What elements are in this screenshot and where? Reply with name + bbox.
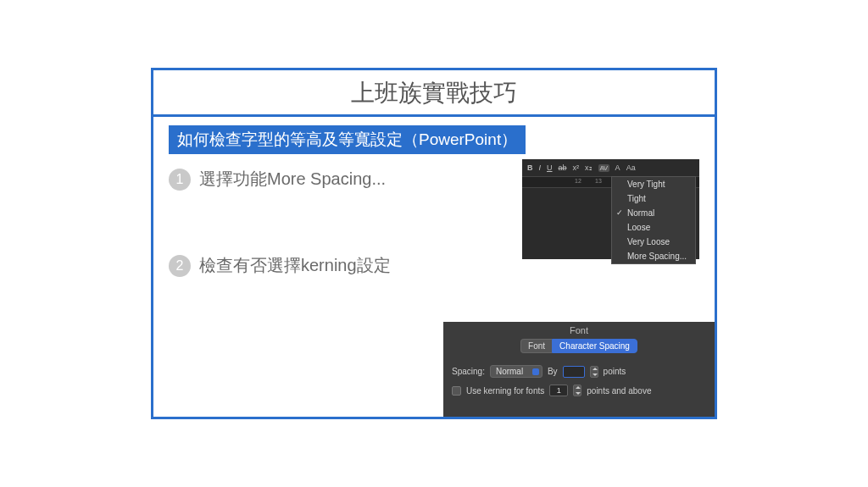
screenshot-font-panel: Font Font Character Spacing Spacing: Nor… (443, 322, 715, 417)
tab-font[interactable]: Font (520, 339, 552, 353)
spacing-dropdown: Very Tight Tight Normal Loose Very Loose… (611, 176, 696, 264)
slide-title: 上班族實戰技巧 (153, 70, 715, 117)
step-2-number: 2 (169, 255, 191, 277)
menu-item-very-tight[interactable]: Very Tight (612, 177, 695, 191)
font-size-icon[interactable]: A (615, 163, 620, 172)
step-2-text: 檢查有否選擇kerning設定 (199, 254, 391, 277)
slide-body: 如何檢查字型的等高及等寬設定（PowerPoint） 1 選擇功能More Sp… (153, 117, 715, 417)
slide-frame: 上班族實戰技巧 如何檢查字型的等高及等寬設定（PowerPoint） 1 選擇功… (151, 68, 717, 419)
char-spacing-icon[interactable]: AV (598, 164, 609, 172)
kerning-unit-label: points and above (587, 386, 651, 396)
spacing-row: Spacing: Normal By points (443, 362, 715, 381)
spacing-by-stepper[interactable] (590, 366, 598, 378)
strike-icon[interactable]: ab (559, 163, 567, 172)
format-toolbar: B I U ab x² x₂ AV A Aa (522, 159, 699, 176)
screenshot-spacing-menu: B I U ab x² x₂ AV A Aa 12 13 Very Tight … (522, 159, 699, 259)
bold-icon[interactable]: B (527, 163, 533, 172)
font-panel-tabs: Font Character Spacing (443, 339, 715, 353)
menu-item-more-spacing[interactable]: More Spacing... (612, 249, 695, 263)
italic-icon[interactable]: I (539, 163, 542, 172)
by-label: By (548, 367, 558, 376)
step-1: 1 選擇功能More Spacing... (169, 168, 386, 191)
kerning-checkbox[interactable] (452, 386, 461, 396)
step-1-number: 1 (169, 169, 191, 191)
menu-item-very-loose[interactable]: Very Loose (612, 235, 695, 249)
change-case-icon[interactable]: Aa (626, 163, 636, 172)
menu-item-loose[interactable]: Loose (612, 220, 695, 235)
step-1-text: 選擇功能More Spacing... (199, 168, 386, 191)
tab-character-spacing[interactable]: Character Spacing (552, 339, 637, 353)
kerning-value-input[interactable]: 1 (549, 385, 568, 396)
spacing-select[interactable]: Normal (490, 365, 542, 378)
kerning-label: Use kerning for fonts (466, 386, 544, 396)
spacing-by-input[interactable] (563, 366, 585, 378)
ruler-tick-12: 12 (575, 178, 581, 184)
points-label: points (604, 367, 626, 376)
underline-icon[interactable]: U (547, 163, 553, 172)
kerning-row: Use kerning for fonts 1 points and above (443, 381, 715, 400)
content-area: 1 選擇功能More Spacing... 2 檢查有否選擇kerning設定 … (169, 163, 699, 417)
slide-subtitle: 如何檢查字型的等高及等寬設定（PowerPoint） (169, 125, 526, 154)
menu-item-tight[interactable]: Tight (612, 191, 695, 206)
superscript-icon[interactable]: x² (573, 163, 580, 172)
subscript-icon[interactable]: x₂ (585, 163, 593, 172)
ruler-tick-13: 13 (595, 178, 602, 184)
step-2: 2 檢查有否選擇kerning設定 (169, 254, 391, 277)
kerning-stepper[interactable] (573, 385, 581, 396)
menu-item-normal[interactable]: Normal (612, 206, 695, 220)
font-panel-title: Font (443, 322, 715, 339)
spacing-label: Spacing: (452, 367, 485, 376)
